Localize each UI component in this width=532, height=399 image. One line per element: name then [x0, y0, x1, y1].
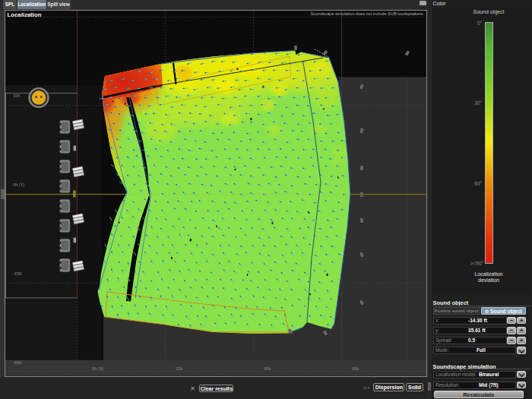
svg-text:33ft: 33ft — [13, 93, 21, 98]
svg-text:-66ft: -66ft — [13, 360, 22, 365]
svg-text:Localization: Localization — [8, 11, 42, 18]
svg-text:0ft (Y): 0ft (Y) — [13, 182, 24, 187]
svg-text:Soundscape simulation does not: Soundscape simulation does not include S… — [310, 11, 424, 16]
svg-text:99ft: 99ft — [352, 366, 359, 371]
svg-text:33ft: 33ft — [176, 366, 183, 371]
svg-text:-33ft: -33ft — [13, 271, 22, 276]
svg-text:0ft (X): 0ft (X) — [92, 366, 103, 371]
svg-text:66ft: 66ft — [264, 366, 271, 371]
